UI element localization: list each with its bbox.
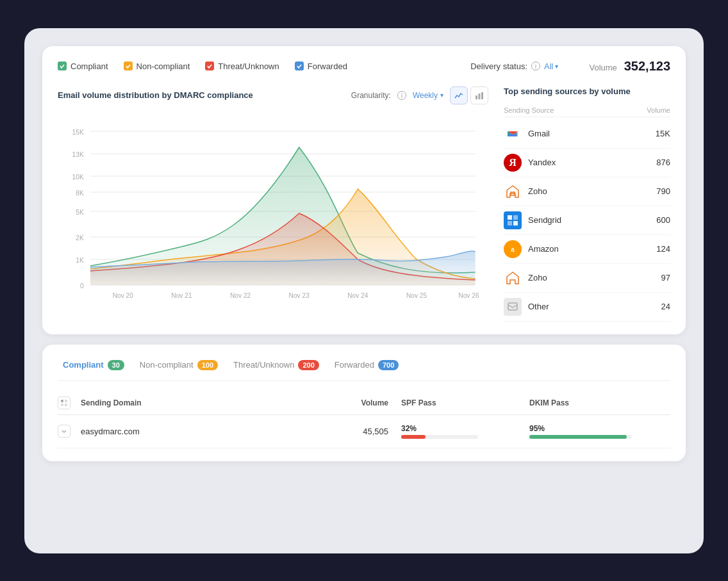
- svg-rect-2: [481, 92, 483, 99]
- svg-text:1K: 1K: [76, 257, 84, 264]
- delivery-value[interactable]: All ▾: [544, 61, 558, 71]
- tab-compliant[interactable]: Compliant 30: [58, 357, 129, 373]
- tab-compliant-label: Compliant: [63, 360, 104, 370]
- col-volume-header: Volume: [324, 398, 388, 407]
- row-expand-icon[interactable]: [58, 425, 81, 438]
- svg-text:Nov 21: Nov 21: [171, 292, 192, 299]
- sendgrid-volume: 600: [656, 215, 670, 225]
- forwarded-label: Forwarded: [308, 61, 347, 71]
- bar-chart-btn[interactable]: [470, 86, 488, 104]
- dkim-bar-bg: [529, 435, 632, 439]
- zoho2-volume: 97: [661, 273, 670, 282]
- tab-non-compliant-label: Non-compliant: [140, 360, 194, 370]
- svg-text:2K: 2K: [76, 234, 84, 241]
- svg-text:Nov 26: Nov 26: [458, 292, 479, 299]
- zoho1-volume: 790: [656, 186, 670, 196]
- data-table: Sending Domain Volume SPF Pass DKIM Pass…: [58, 391, 670, 448]
- top-card: Compliant Non-compliant Threat/Unknown F…: [42, 46, 686, 334]
- svg-rect-27: [508, 131, 509, 136]
- granularity-value: Weekly: [413, 91, 438, 100]
- zoho1-name: Zoho: [528, 186, 656, 196]
- amazon-name: Amazon: [528, 244, 656, 254]
- source-row-zoho2: Zoho 97: [504, 264, 670, 293]
- other-icon: [504, 298, 522, 316]
- tab-forwarded-badge: 700: [378, 360, 399, 370]
- gmail-name: Gmail: [528, 129, 656, 138]
- svg-text:10K: 10K: [72, 174, 84, 181]
- amazon-icon: a: [504, 240, 522, 258]
- row-spf: 32%: [388, 424, 517, 439]
- spf-bar-bg: [401, 435, 478, 439]
- svg-rect-36: [61, 400, 63, 402]
- chart-type-buttons: [450, 86, 488, 104]
- sources-col-volume: Volume: [647, 106, 670, 114]
- svg-rect-39: [65, 404, 67, 406]
- svg-rect-29: [508, 215, 512, 220]
- non-compliant-label: Non-compliant: [136, 61, 190, 71]
- tab-forwarded[interactable]: Forwarded 700: [329, 357, 404, 373]
- svg-rect-28: [517, 131, 518, 136]
- svg-text:5K: 5K: [76, 209, 84, 216]
- svg-rect-32: [513, 221, 518, 225]
- tab-threat[interactable]: Threat/Unknown 200: [228, 357, 324, 373]
- chart-section: Email volume distribution by DMARC compl…: [58, 86, 670, 322]
- svg-text:0: 0: [80, 282, 84, 290]
- area-chart: 0 1K 2K 5K 8K 10K 13K 15K Nov 20 Nov 21 …: [58, 112, 488, 304]
- svg-text:15K: 15K: [72, 129, 84, 136]
- row-domain: easydmarc.com: [81, 427, 324, 436]
- expand-button[interactable]: [58, 425, 70, 438]
- delivery-label: Delivery status:: [470, 61, 527, 71]
- tab-threat-badge: 200: [298, 360, 318, 370]
- table-header: Sending Domain Volume SPF Pass DKIM Pass: [58, 391, 670, 415]
- granularity-label: Granularity:: [351, 91, 391, 100]
- sources-col-source: Sending Source: [504, 106, 554, 114]
- sendgrid-name: Sendgrid: [528, 215, 656, 225]
- yandex-icon: Я: [504, 154, 522, 172]
- svg-text:13K: 13K: [72, 151, 84, 158]
- svg-text:Nov 20: Nov 20: [113, 292, 134, 299]
- compliant-checkbox: [58, 61, 67, 70]
- sources-panel: Top sending sources by volume Sending So…: [504, 86, 670, 322]
- tab-non-compliant[interactable]: Non-compliant 100: [135, 357, 223, 373]
- filter-forwarded[interactable]: Forwarded: [295, 61, 347, 71]
- filter-threat[interactable]: Threat/Unknown: [205, 61, 279, 71]
- filter-compliant[interactable]: Compliant: [58, 61, 108, 71]
- tab-forwarded-label: Forwarded: [335, 360, 374, 370]
- svg-text:8K: 8K: [76, 190, 84, 197]
- granularity-dropdown[interactable]: Weekly ▾: [413, 91, 443, 100]
- svg-rect-38: [61, 404, 63, 406]
- svg-text:Nov 24: Nov 24: [347, 292, 368, 299]
- svg-text:Nov 22: Nov 22: [230, 292, 251, 299]
- filter-bar: Compliant Non-compliant Threat/Unknown F…: [58, 59, 670, 74]
- gmail-volume: 15K: [656, 129, 670, 138]
- tab-bar: Compliant 30 Non-compliant 100 Threat/Un…: [58, 357, 670, 381]
- filter-non-compliant[interactable]: Non-compliant: [124, 61, 190, 71]
- col-spf-header: SPF Pass: [388, 398, 517, 407]
- row-dkim: 95%: [517, 424, 670, 439]
- threat-checkbox: [205, 61, 214, 70]
- tab-non-compliant-badge: 100: [197, 360, 218, 370]
- dkim-bar-fill: [529, 435, 627, 439]
- dkim-pct: 95%: [529, 424, 670, 433]
- svg-rect-1: [479, 94, 481, 99]
- yandex-volume: 876: [656, 158, 670, 167]
- zoho-icon-2: [504, 269, 522, 287]
- granularity-control: Granularity: i Weekly ▾: [351, 91, 443, 100]
- bottom-card: Compliant 30 Non-compliant 100 Threat/Un…: [42, 345, 686, 461]
- tab-compliant-badge: 30: [108, 360, 124, 370]
- yandex-name: Yandex: [528, 158, 656, 167]
- sources-title: Top sending sources by volume: [504, 86, 670, 96]
- svg-rect-0: [476, 95, 477, 99]
- sources-table-header: Sending Source Volume: [504, 104, 670, 117]
- source-row-zoho1: Zoho 790: [504, 177, 670, 206]
- other-name: Other: [528, 302, 661, 311]
- spf-bar-fill: [401, 435, 426, 439]
- threat-label: Threat/Unknown: [218, 61, 279, 71]
- line-chart-btn[interactable]: [450, 86, 468, 104]
- col-domain-header: Sending Domain: [81, 398, 324, 407]
- svg-rect-30: [513, 215, 518, 220]
- svg-rect-37: [65, 400, 67, 402]
- volume-label: Volume: [589, 63, 616, 72]
- svg-rect-35: [508, 303, 517, 310]
- table-row-easydmarc: easydmarc.com 45,505 32% 95%: [58, 415, 670, 448]
